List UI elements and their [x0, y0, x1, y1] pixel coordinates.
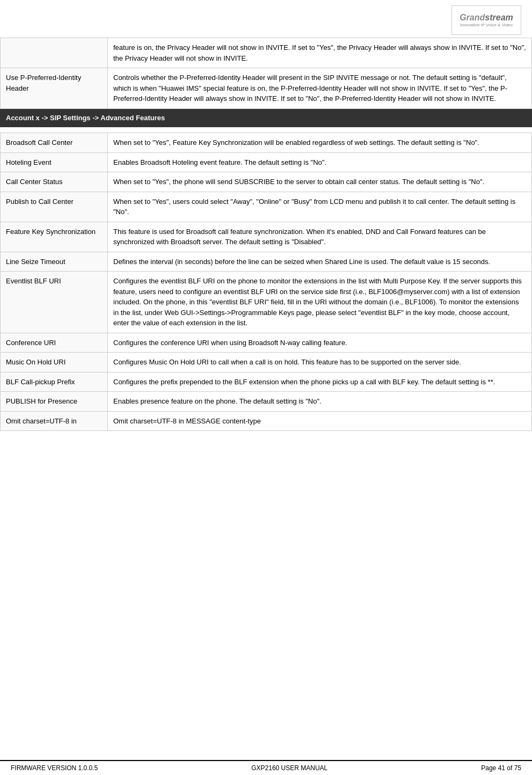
- table-row: Publish to Call CenterWhen set to "Yes",…: [1, 192, 532, 222]
- header-logo-area: Grandstream Innovative IP Voice & Video: [0, 0, 532, 38]
- table-row: Music On Hold URIConfigures Music On Hol…: [1, 353, 532, 372]
- row-label-1: Hoteling Event: [1, 152, 108, 172]
- row-content-10: Enables presence feature on the phone. T…: [108, 392, 532, 412]
- table-row: Broadsoft Call CenterWhen set to "Yes", …: [1, 133, 532, 153]
- row-label-7: Conference URI: [1, 333, 108, 353]
- row-content-9: Configures the prefix prepended to the B…: [108, 372, 532, 392]
- section-header-row: Account x -> SIP Settings -> Advanced Fe…: [1, 108, 532, 127]
- row-content-1: Enables Broadsoft Hoteling event feature…: [108, 152, 532, 172]
- row-label-4: Feature Key Synchronization: [1, 222, 108, 252]
- table-row: Hoteling EventEnables Broadsoft Hoteling…: [1, 152, 532, 172]
- row-label-2: Call Center Status: [1, 172, 108, 192]
- row-label-3: Publish to Call Center: [1, 192, 108, 222]
- intro-content: feature is on, the Privacy Header will n…: [108, 38, 532, 68]
- table-row: Feature Key SynchronizationThis feature …: [1, 222, 532, 252]
- row-content-4: This feature is used for Broadsoft call …: [108, 222, 532, 252]
- row-label-11: Omit charset=UTF-8 in: [1, 411, 108, 431]
- row-content-8: Configures Music On Hold URI to call whe…: [108, 353, 532, 372]
- row-content-0: When set to "Yes", Feature Key Synchroni…: [108, 133, 532, 153]
- section-header-label: Account x -> SIP Settings -> Advanced Fe…: [1, 108, 532, 127]
- row-label-9: BLF Call-pickup Prefix: [1, 372, 108, 392]
- table-row: BLF Call-pickup PrefixConfigures the pre…: [1, 372, 532, 392]
- row-label-0: Broadsoft Call Center: [1, 133, 108, 153]
- company-logo: Grandstream Innovative IP Voice & Video: [451, 5, 521, 35]
- row-content-7: Configures the conference URI when using…: [108, 333, 532, 353]
- footer-manual: GXP2160 USER MANUAL: [251, 764, 327, 772]
- intro-label-cell: [1, 38, 108, 68]
- row-content-11: Omit charset=UTF-8 in MESSAGE content-ty…: [108, 411, 532, 431]
- row-content-2: When set to "Yes", the phone will send S…: [108, 172, 532, 192]
- logo-stream: stream: [485, 13, 513, 23]
- row-content-6: Configures the eventlist BLF URI on the …: [108, 272, 532, 333]
- table-row: PUBLISH for PresenceEnables presence fea…: [1, 392, 532, 412]
- logo-grand: Grand: [460, 13, 485, 23]
- logo-tagline: Innovative IP Voice & Video: [460, 23, 513, 27]
- row-label-6: Eventlist BLF URI: [1, 272, 108, 333]
- table-row: Line Seize TimeoutDefines the interval (…: [1, 252, 532, 272]
- table-row: Call Center StatusWhen set to "Yes", the…: [1, 172, 532, 192]
- use-p-preferred-label: Use P-Preferred-Identity Header: [1, 68, 108, 109]
- footer: FIRMWARE VERSION 1.0.0.5 GXP2160 USER MA…: [0, 760, 532, 775]
- row-label-8: Music On Hold URI: [1, 353, 108, 372]
- table-row: Eventlist BLF URIConfigures the eventlis…: [1, 272, 532, 333]
- row-label-5: Line Seize Timeout: [1, 252, 108, 272]
- row-content-5: Defines the interval (in seconds) before…: [108, 252, 532, 272]
- intro-row: feature is on, the Privacy Header will n…: [1, 38, 532, 68]
- use-p-preferred-content: Controls whether the P-Preferred-Identit…: [108, 68, 532, 109]
- use-p-preferred-row: Use P-Preferred-Identity Header Controls…: [1, 68, 532, 109]
- data-rows-table: Broadsoft Call CenterWhen set to "Yes", …: [0, 133, 532, 431]
- footer-page: Page 41 of 75: [481, 764, 521, 772]
- row-content-3: When set to "Yes", users could select "A…: [108, 192, 532, 222]
- table-row: Conference URIConfigures the conference …: [1, 333, 532, 353]
- row-label-10: PUBLISH for Presence: [1, 392, 108, 412]
- footer-firmware: FIRMWARE VERSION 1.0.0.5: [11, 764, 98, 772]
- main-table: feature is on, the Privacy Header will n…: [0, 38, 532, 127]
- page-container: Grandstream Innovative IP Voice & Video …: [0, 0, 532, 775]
- table-row: Omit charset=UTF-8 inOmit charset=UTF-8 …: [1, 411, 532, 431]
